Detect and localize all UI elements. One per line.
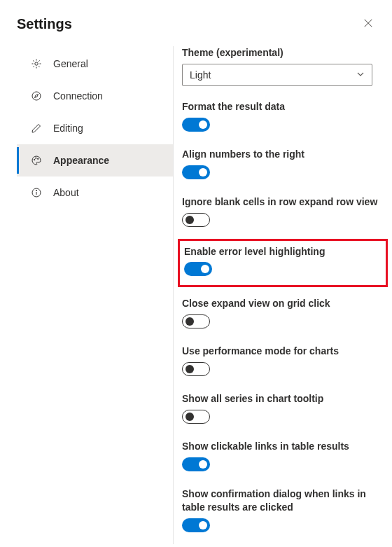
setting-label: Align numbers to the right xyxy=(182,148,384,161)
setting-label: Show confirmation dialog when links in t… xyxy=(182,487,384,514)
sidebar-item-label: Appearance xyxy=(53,155,109,166)
info-icon xyxy=(31,187,42,198)
toggle-ignore_blank[interactable] xyxy=(182,213,210,227)
palette-icon xyxy=(31,155,42,166)
toggle-clickable_links[interactable] xyxy=(182,457,210,471)
setting-label: Format the result data xyxy=(182,100,384,113)
toggle-knob xyxy=(186,216,194,224)
toggle-knob xyxy=(186,413,194,421)
toggle-knob xyxy=(201,265,209,273)
setting-confirm_links: Show confirmation dialog when links in t… xyxy=(182,487,384,534)
toggle-close_expand_click[interactable] xyxy=(182,314,210,328)
setting-show_all_series: Show all series in chart tooltip xyxy=(182,392,384,426)
theme-setting: Theme (experimental) Light xyxy=(182,46,384,86)
svg-point-6 xyxy=(38,158,38,159)
svg-point-5 xyxy=(36,158,36,158)
sidebar-item-appearance[interactable]: Appearance xyxy=(17,144,173,176)
setting-perf_mode_charts: Use performance mode for charts xyxy=(182,345,384,378)
setting-label: Show all series in chart tooltip xyxy=(182,392,384,406)
theme-dropdown[interactable]: Light xyxy=(182,64,372,86)
setting-label: Ignore blank cells in row expand row vie… xyxy=(182,195,384,209)
sidebar-item-label: General xyxy=(53,58,88,69)
panel-header: Settings xyxy=(17,14,392,34)
setting-close_expand_click: Close expand view on grid click xyxy=(182,297,384,331)
theme-dropdown-value: Light xyxy=(190,69,211,81)
sidebar-item-general[interactable]: General xyxy=(17,48,173,80)
toggle-knob xyxy=(186,317,194,326)
setting-ignore_blank: Ignore blank cells in row expand row vie… xyxy=(182,195,384,229)
settings-panel: Settings GeneralConnectionEditingAppeara… xyxy=(0,0,392,547)
toggle-show_all_series[interactable] xyxy=(182,410,210,424)
setting-enable_error_hl: Enable error level highlighting xyxy=(184,245,382,279)
toggle-knob xyxy=(199,168,207,176)
svg-point-9 xyxy=(36,190,36,191)
highlight-enable-error: Enable error level highlighting xyxy=(178,239,388,288)
sidebar-item-label: Editing xyxy=(53,123,83,134)
sidebar-item-connection[interactable]: Connection xyxy=(17,80,173,112)
setting-align_numbers: Align numbers to the right xyxy=(182,148,384,181)
sidebar-item-label: About xyxy=(53,187,79,198)
svg-point-3 xyxy=(32,92,41,100)
close-button[interactable] xyxy=(358,14,378,34)
sidebar-item-editing[interactable]: Editing xyxy=(17,112,173,144)
panel-body: GeneralConnectionEditingAppearanceAbout … xyxy=(17,46,392,544)
setting-label: Use performance mode for charts xyxy=(182,345,384,358)
sidebar-item-about[interactable]: About xyxy=(17,176,173,209)
gear-icon xyxy=(31,58,42,69)
settings-sidebar: GeneralConnectionEditingAppearanceAbout xyxy=(17,46,174,544)
toggle-knob xyxy=(199,120,207,129)
theme-label: Theme (experimental) xyxy=(182,46,384,60)
toggle-knob xyxy=(186,365,194,373)
svg-point-4 xyxy=(34,159,35,160)
chevron-down-icon xyxy=(356,69,365,81)
toggle-format_result[interactable] xyxy=(182,118,210,132)
toggle-knob xyxy=(199,521,207,529)
close-icon xyxy=(363,18,373,30)
svg-point-2 xyxy=(35,62,38,65)
sidebar-item-label: Connection xyxy=(53,90,103,102)
compass-icon xyxy=(31,90,42,102)
setting-clickable_links: Show clickable links in table results xyxy=(182,440,384,473)
setting-label: Close expand view on grid click xyxy=(182,297,384,310)
toggle-confirm_links[interactable] xyxy=(182,518,210,532)
toggle-knob xyxy=(199,460,207,469)
pencil-icon xyxy=(31,123,42,134)
toggle-align_numbers[interactable] xyxy=(182,165,210,179)
panel-title: Settings xyxy=(17,16,72,32)
toggle-enable_error_hl[interactable] xyxy=(184,262,212,276)
setting-label: Enable error level highlighting xyxy=(184,245,382,258)
appearance-content: Theme (experimental) Light Format the re… xyxy=(174,46,392,544)
toggle-perf_mode_charts[interactable] xyxy=(182,362,210,376)
setting-format_result: Format the result data xyxy=(182,100,384,134)
setting-label: Show clickable links in table results xyxy=(182,440,384,453)
